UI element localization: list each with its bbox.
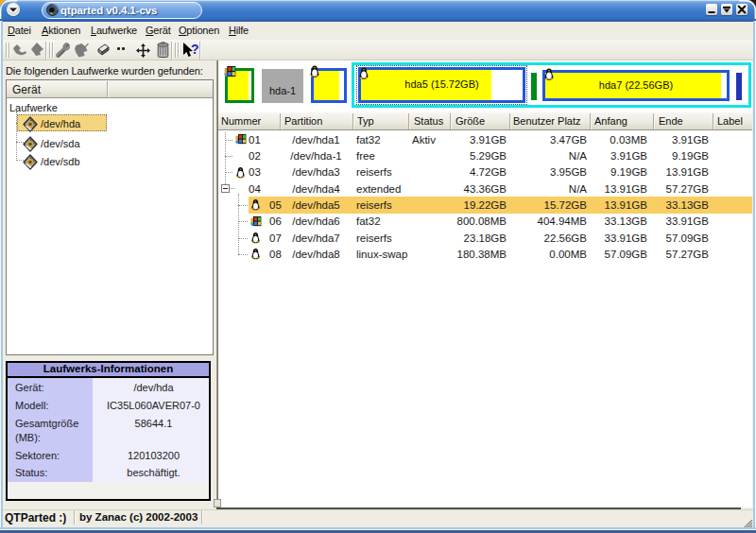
- svg-text:?: ?: [191, 42, 199, 57]
